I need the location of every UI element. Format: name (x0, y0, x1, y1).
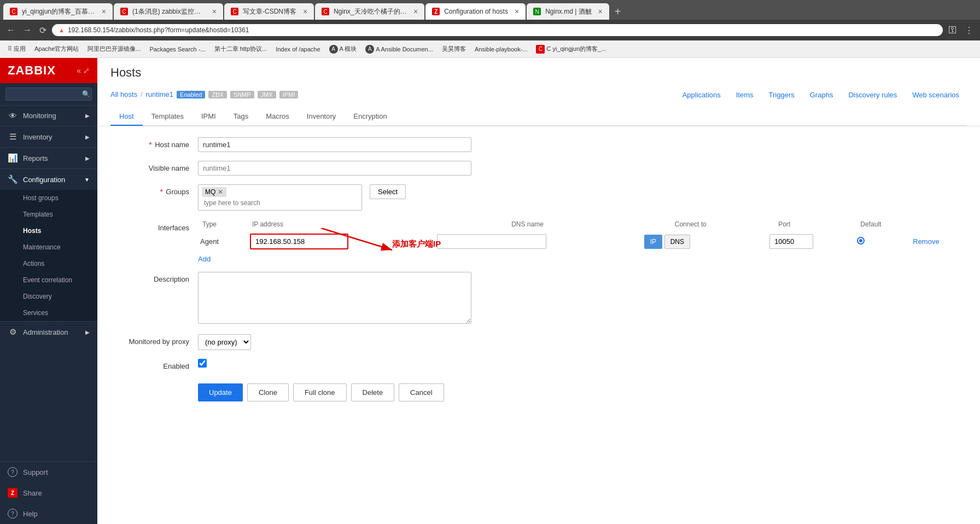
form-tab-macros[interactable]: Macros (257, 108, 298, 126)
proxy-select[interactable]: (no proxy) (198, 334, 251, 350)
sidebar-search-input[interactable] (5, 88, 92, 101)
sidebar-item-help[interactable]: ? Help (0, 503, 97, 524)
status-badge-jmx[interactable]: JMX (258, 91, 276, 98)
status-badge-zbx[interactable]: ZBX (208, 91, 226, 98)
sidebar-item-inventory[interactable]: ☰ Inventory ▶ (0, 126, 97, 147)
bookmark-apache[interactable]: Apache官方网站 (31, 44, 82, 54)
bookmark-http[interactable]: 第十二章 http协议... (211, 44, 271, 54)
status-badge-snmp[interactable]: SNMP (230, 91, 254, 98)
new-tab-button[interactable]: + (610, 5, 626, 18)
bookmark-ansible-doc[interactable]: A A Ansible Documen... (362, 44, 436, 55)
bookmark-module[interactable]: A A 模块 (326, 44, 360, 55)
tab-discovery-rules[interactable]: Discovery rules (841, 88, 905, 103)
visiblename-input[interactable] (198, 161, 471, 176)
breadcrumb-current[interactable]: runtime1 (145, 90, 173, 98)
form-tab-inventory[interactable]: Inventory (298, 108, 345, 126)
sidebar-collapse-button[interactable]: « (77, 66, 81, 75)
annotation-text: 添加客户端IP (392, 239, 441, 249)
extensions-button[interactable]: ⚿ (946, 24, 959, 36)
bookmark-ansible-doc-label: A Ansible Documen... (376, 46, 433, 53)
sidebar-item-hosts[interactable]: Hosts (0, 223, 97, 239)
browser-tab-6[interactable]: N Nginx.md | 酒觥 × (527, 3, 609, 20)
bookmark-wuhao[interactable]: 吴昊博客 (439, 44, 469, 54)
sidebar-item-configuration[interactable]: 🔧 Configuration ▼ (0, 169, 97, 190)
yi-icon: C (536, 45, 545, 54)
connect-ip-button[interactable]: IP (644, 235, 662, 249)
hostname-input[interactable] (198, 137, 471, 152)
form-tab-host[interactable]: Host (110, 108, 143, 126)
back-button[interactable]: ← (4, 24, 18, 36)
col-type: Type (198, 219, 248, 231)
breadcrumb-all-hosts[interactable]: All hosts (110, 90, 137, 98)
sidebar-configuration-label: Configuration (23, 176, 79, 184)
sidebar-item-share[interactable]: Z Share (0, 482, 97, 503)
tab-web-scenarios[interactable]: Web scenarios (905, 88, 967, 103)
delete-button[interactable]: Delete (351, 383, 395, 401)
tab-applications[interactable]: Applications (675, 88, 728, 103)
groups-search-input[interactable] (202, 198, 358, 208)
sidebar-item-event-correlation[interactable]: Event correlation (0, 272, 97, 288)
status-badge-enabled[interactable]: Enabled (177, 91, 205, 98)
sidebar-expand-button[interactable]: ⤢ (83, 66, 90, 75)
form-tab-ipmi[interactable]: IPMI (192, 108, 225, 126)
tab-items[interactable]: Items (728, 88, 761, 103)
tab-close-1[interactable]: × (102, 7, 106, 16)
sidebar-item-reports[interactable]: 📊 Reports ▶ (0, 148, 97, 168)
dns-name-input[interactable] (437, 234, 546, 249)
sidebar-item-actions[interactable]: Actions (0, 255, 97, 272)
update-button[interactable]: Update (198, 383, 243, 401)
sidebar-item-maintenance[interactable]: Maintenance (0, 239, 97, 255)
bookmark-index[interactable]: Index of /apache (272, 45, 323, 54)
tab-close-6[interactable]: × (598, 7, 603, 16)
enabled-checkbox[interactable] (198, 359, 207, 368)
clone-button[interactable]: Clone (247, 383, 289, 401)
form-tab-encryption[interactable]: Encryption (345, 108, 395, 126)
groups-select-button[interactable]: Select (370, 184, 406, 199)
sidebar-bottom: ? Support Z Share ? Help (0, 461, 97, 524)
reload-button[interactable]: ⟳ (37, 24, 49, 37)
breadcrumb-separator: / (141, 91, 142, 98)
tab-graphs[interactable]: Graphs (802, 88, 841, 103)
sidebar-item-templates[interactable]: Templates (0, 206, 97, 223)
add-interface-link[interactable]: Add (198, 255, 967, 263)
apps-icon: ⠿ (8, 45, 12, 53)
port-input[interactable] (769, 234, 813, 249)
sidebar-item-services[interactable]: Services (0, 305, 97, 321)
browser-tab-5[interactable]: Z Configuration of hosts × (425, 3, 526, 20)
tab-close-5[interactable]: × (515, 7, 519, 16)
groups-required-star: * (160, 188, 163, 196)
full-clone-button[interactable]: Full clone (293, 383, 347, 401)
bookmark-aliyun[interactable]: 阿里巴巴开源镜像... (84, 44, 144, 54)
sidebar-item-administration[interactable]: ⚙ Administration ▶ (0, 322, 97, 342)
hostname-label: * Host name (110, 137, 198, 149)
browser-tab-1[interactable]: C yi_qingjun的博客_百慕频道 × (3, 3, 113, 20)
form-tab-tags[interactable]: Tags (225, 108, 257, 126)
sidebar-item-monitoring[interactable]: 👁 Monitoring ▶ (0, 106, 97, 126)
bookmark-packages[interactable]: Packages Search -... (146, 45, 208, 54)
browser-tab-4[interactable]: C Nginx_天冷吃个橘子的博客 × (315, 3, 424, 20)
interface-default-radio[interactable] (857, 237, 865, 244)
address-bar[interactable]: ▲ 192.168.50.154/zabbix/hosts.php?form=u… (52, 24, 943, 36)
remove-interface-link[interactable]: Remove (913, 237, 939, 246)
browser-tab-3[interactable]: C 写文章-CSDN博客 × (224, 3, 314, 20)
forward-button[interactable]: → (21, 24, 34, 36)
browser-tab-2[interactable]: C (1条消息) zabbix监控流程_y × (114, 3, 223, 20)
tab-close-2[interactable]: × (212, 7, 217, 16)
bookmark-yi[interactable]: C C yi_qingjun的博客_... (533, 44, 609, 55)
sidebar-item-support[interactable]: ? Support (0, 462, 97, 482)
tab-close-4[interactable]: × (413, 7, 418, 16)
tab-close-3[interactable]: × (303, 7, 307, 16)
bookmark-ansible-play[interactable]: Ansible-playbook-... (471, 45, 531, 54)
ip-address-input[interactable] (250, 234, 348, 249)
menu-button[interactable]: ⋮ (962, 24, 976, 37)
bookmark-apps[interactable]: ⠿ 应用 (4, 44, 29, 54)
status-badge-ipmi[interactable]: IPMI (279, 91, 299, 98)
cancel-button[interactable]: Cancel (399, 383, 444, 401)
sidebar-item-host-groups[interactable]: Host groups (0, 190, 97, 206)
remove-group-tag-mq[interactable]: ✕ (218, 188, 223, 196)
tab-triggers[interactable]: Triggers (761, 88, 802, 103)
form-tab-templates[interactable]: Templates (143, 108, 192, 126)
sidebar-item-discovery[interactable]: Discovery (0, 288, 97, 305)
description-textarea[interactable] (198, 272, 471, 324)
connect-dns-button[interactable]: DNS (664, 235, 690, 249)
